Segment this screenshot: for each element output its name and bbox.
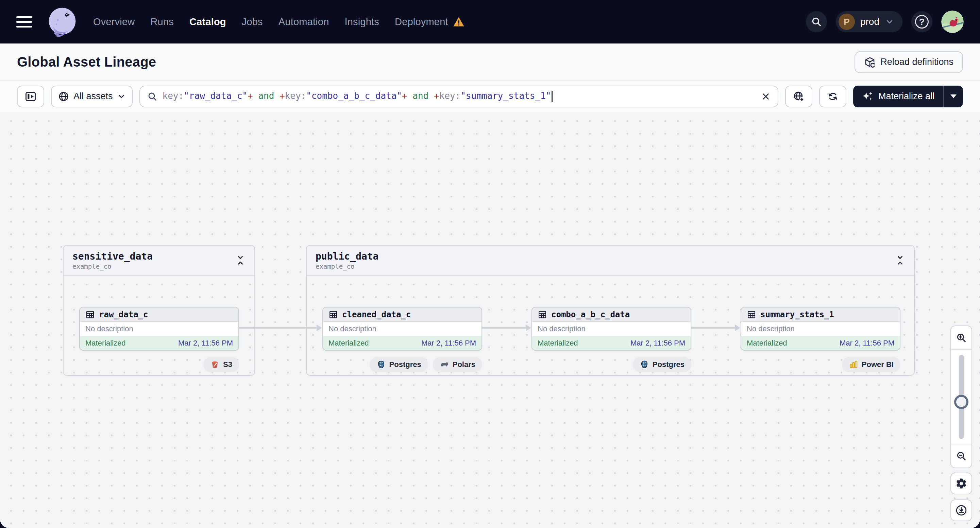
- materialization-timestamp[interactable]: Mar 2, 11:56 PM: [421, 339, 476, 347]
- chevron-down-icon: [117, 92, 126, 101]
- deployment-name: prod: [860, 16, 879, 27]
- asset-status-bar: Materialized Mar 2, 11:56 PM: [323, 336, 482, 350]
- warning-icon: [453, 16, 465, 27]
- caret-down-icon: [950, 94, 956, 98]
- edge-combo-to-summary: [691, 327, 735, 328]
- asset-tags: Postgres Polars: [322, 357, 482, 373]
- asset-search-input[interactable]: key:"raw_data_c"+ and +key:"combo_a_b_c_…: [139, 86, 778, 107]
- reload-definitions-label: Reload definitions: [880, 57, 953, 67]
- download-image-button[interactable]: [950, 499, 972, 521]
- nav-item-deployment[interactable]: Deployment: [395, 16, 448, 27]
- asset-name: combo_a_b_c_data: [551, 310, 630, 319]
- status-badge: Materialized: [538, 339, 578, 347]
- primary-nav: Overview Runs Catalog Jobs Automation In…: [93, 16, 465, 27]
- group-header-public-data[interactable]: public_data example_co: [307, 246, 914, 276]
- reload-definitions-button[interactable]: Reload definitions: [854, 51, 963, 73]
- asset-description: No description: [741, 322, 900, 336]
- collapse-group-icon[interactable]: [895, 255, 905, 265]
- nav-item-jobs[interactable]: Jobs: [242, 16, 263, 27]
- tag-postgres[interactable]: Postgres: [370, 357, 428, 373]
- table-icon: [328, 310, 338, 319]
- table-icon: [85, 310, 95, 319]
- asset-name: raw_data_c: [99, 310, 148, 319]
- help-icon[interactable]: ?: [911, 11, 932, 32]
- collapse-group-icon[interactable]: [235, 255, 245, 265]
- tag-s3[interactable]: S3: [204, 357, 239, 373]
- dagster-app: Overview Runs Catalog Jobs Automation In…: [0, 0, 980, 528]
- postgres-icon: [640, 360, 649, 369]
- sparkles-icon: [862, 91, 873, 102]
- page-title: Global Asset Lineage: [17, 54, 156, 70]
- asset-node-wrap: combo_a_b_c_data No description Material…: [531, 307, 691, 373]
- asset-status-bar: Materialized Mar 2, 11:56 PM: [741, 336, 900, 350]
- asset-node-raw-data-c[interactable]: raw_data_c No description Materialized M…: [79, 307, 239, 350]
- asset-status-bar: Materialized Mar 2, 11:56 PM: [80, 336, 239, 350]
- asset-description: No description: [323, 322, 482, 336]
- nav-item-insights[interactable]: Insights: [344, 16, 379, 27]
- postgres-icon: [376, 360, 386, 369]
- zoom-in-button[interactable]: [951, 326, 972, 350]
- asset-name: cleaned_data_c: [342, 310, 411, 319]
- search-icon[interactable]: [806, 11, 827, 32]
- zoom-slider[interactable]: [951, 350, 972, 444]
- group-repo: example_co: [315, 263, 379, 270]
- edge-cleaned-to-combo: [482, 327, 526, 328]
- chevron-down-icon: [885, 17, 894, 27]
- user-avatar[interactable]: [941, 11, 964, 33]
- asset-node-combo-a-b-c-data[interactable]: combo_a_b_c_data No description Material…: [531, 307, 691, 350]
- nav-item-overview[interactable]: Overview: [93, 16, 135, 27]
- graph-settings-button[interactable]: [950, 473, 972, 495]
- hamburger-icon[interactable]: [16, 16, 32, 27]
- materialize-all-label: Materialize all: [878, 91, 934, 101]
- zoom-out-icon: [956, 450, 967, 462]
- gear-icon: [955, 477, 967, 490]
- asset-filter-button[interactable]: All assets: [51, 86, 133, 107]
- clear-search-icon[interactable]: [760, 91, 771, 101]
- refresh-button[interactable]: [819, 86, 846, 107]
- asset-node-wrap: raw_data_c No description Materialized M…: [79, 307, 239, 373]
- materialize-options-caret[interactable]: [943, 86, 963, 107]
- materialize-all-button[interactable]: Materialize all: [853, 86, 963, 107]
- materialization-timestamp[interactable]: Mar 2, 11:56 PM: [840, 339, 894, 347]
- asset-node-wrap: summary_stats_1 No description Materiali…: [741, 307, 900, 373]
- nav-item-catalog[interactable]: Catalog: [189, 16, 226, 27]
- group-name: public_data: [315, 251, 379, 262]
- group-name: sensitive_data: [72, 251, 153, 262]
- panel-expand-icon: [24, 90, 37, 103]
- edge-raw-to-cleaned: [239, 327, 317, 328]
- tag-polars[interactable]: Polars: [433, 357, 482, 373]
- tag-postgres[interactable]: Postgres: [633, 357, 691, 373]
- zoom-out-button[interactable]: [951, 444, 972, 468]
- table-icon: [538, 310, 547, 319]
- tag-power-bi[interactable]: Power BI: [842, 357, 900, 373]
- globe-plus-icon: [793, 90, 805, 103]
- open-panel-button[interactable]: [17, 86, 44, 107]
- s3-bucket-icon: [210, 360, 220, 369]
- view-full-graph-button[interactable]: [785, 86, 812, 107]
- lineage-canvas[interactable]: sensitive_data example_co public_data ex…: [0, 112, 980, 528]
- materialization-timestamp[interactable]: Mar 2, 11:56 PM: [178, 339, 233, 347]
- reload-cube-icon: [864, 56, 876, 68]
- asset-filter-label: All assets: [73, 91, 113, 101]
- asset-selection-query[interactable]: key:"raw_data_c"+ and +key:"combo_a_b_c_…: [162, 91, 756, 102]
- materialization-timestamp[interactable]: Mar 2, 11:56 PM: [630, 339, 685, 347]
- top-nav: Overview Runs Catalog Jobs Automation In…: [0, 0, 980, 43]
- nav-item-automation[interactable]: Automation: [278, 16, 329, 27]
- asset-node-summary-stats-1[interactable]: summary_stats_1 No description Materiali…: [741, 307, 900, 350]
- asset-node-cleaned-data-c[interactable]: cleaned_data_c No description Materializ…: [322, 307, 482, 350]
- zoom-slider-handle[interactable]: [954, 395, 969, 409]
- page-header: Global Asset Lineage Reload definitions: [0, 43, 980, 81]
- lineage-toolbar: All assets key:"raw_data_c"+ and +key:"c…: [0, 81, 980, 112]
- download-icon: [955, 504, 967, 517]
- nav-item-deployment-wrap[interactable]: Deployment: [395, 16, 465, 27]
- deployment-switcher[interactable]: P prod: [836, 11, 902, 32]
- table-icon: [747, 310, 756, 319]
- dagster-logo-icon[interactable]: [47, 6, 78, 37]
- deployment-avatar: P: [838, 14, 855, 30]
- group-repo: example_co: [72, 263, 153, 270]
- asset-tags: Postgres: [531, 357, 691, 373]
- asset-description: No description: [532, 322, 690, 336]
- nav-item-runs[interactable]: Runs: [150, 16, 174, 27]
- group-header-sensitive-data[interactable]: sensitive_data example_co: [64, 246, 255, 276]
- zoom-in-icon: [956, 332, 967, 344]
